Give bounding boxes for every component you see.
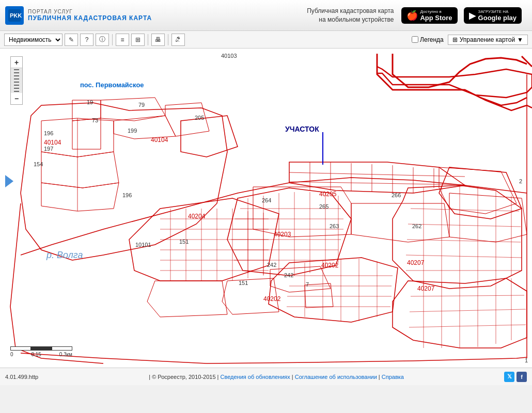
edit-button[interactable]: ✎ <box>65 34 78 46</box>
logo-bottom-text: ПУБЛИЧНАЯ КАДАСТРОВАЯ КАРТА <box>28 14 152 22</box>
scale-bar: 0 0.15 0.3км <box>10 346 72 357</box>
logo-top-text: ПОРТАЛ УСЛУГ <box>28 9 152 14</box>
map-grid-icon: ⊞ <box>452 36 458 43</box>
app-store-button[interactable]: 🍎 Доступно в App Store <box>401 7 457 24</box>
google-play-button[interactable]: ▶ ЗАГРУЗИТЕ НА Google play <box>464 7 522 24</box>
settings-button[interactable]: ⛐ <box>171 34 185 46</box>
updates-link[interactable]: Сведения об обновлениях <box>221 374 290 380</box>
agreement-link[interactable]: Соглашение об использовании <box>295 374 377 380</box>
app-store-top: Доступно в <box>420 9 452 14</box>
scale-label-03km: 0.3км <box>52 352 72 357</box>
twitter-button[interactable]: 𝕏 <box>504 372 514 382</box>
scale-label-015: 0.15 <box>23 352 41 357</box>
header-middle: Публичная кадастровая карта на мобильном… <box>152 7 527 24</box>
logo-section: PKK ПОРТАЛ УСЛУГ ПУБЛИЧНАЯ КАДАСТРОВАЯ К… <box>5 6 152 25</box>
footer-social: 𝕏 f <box>504 372 527 382</box>
app-store-text: Доступно в App Store <box>420 9 452 22</box>
zoom-tick <box>14 91 19 92</box>
tagline-line1: Публичная кадастровая карта <box>307 7 394 15</box>
map-number: 1 <box>525 357 528 363</box>
toolbar-separator-1 <box>112 34 113 45</box>
apple-icon: 🍎 <box>406 10 418 21</box>
logo-icon: PKK <box>5 6 24 25</box>
layers-button[interactable]: ≡ <box>116 34 129 46</box>
property-type-select[interactable]: Недвижимость <box>4 34 62 46</box>
zoom-in-button[interactable]: + <box>11 57 22 68</box>
zoom-controls: + − <box>10 56 23 105</box>
app-store-bottom: App Store <box>420 14 452 22</box>
scale-segment-white-1 <box>10 346 31 351</box>
zoom-bar <box>11 68 22 93</box>
bookmark-button[interactable]: ⊞ <box>131 34 145 46</box>
legend-checkbox[interactable] <box>412 36 418 43</box>
scale-labels: 0 0.15 0.3км <box>10 352 72 357</box>
info-button[interactable]: ⓘ <box>96 34 109 46</box>
google-play-bottom: Google play <box>478 14 517 22</box>
logo-text: ПОРТАЛ УСЛУГ ПУБЛИЧНАЯ КАДАСТРОВАЯ КАРТА <box>28 9 152 22</box>
map-container[interactable]: + − пос. Первомайское УЧАСТОК р. Волга 4… <box>0 49 532 368</box>
header-tagline: Публичная кадастровая карта на мобильном… <box>307 7 394 24</box>
toolbar-right: Легенда ⊞ Управление картой ▼ <box>412 35 528 45</box>
toolbar-separator-3 <box>168 34 168 45</box>
help-button[interactable]: ? <box>80 34 93 46</box>
zoom-tick <box>14 82 19 83</box>
header: PKK ПОРТАЛ УСЛУГ ПУБЛИЧНАЯ КАДАСТРОВАЯ К… <box>0 0 532 31</box>
footer-copyright: | © Росреестр, 2010-2015 | Сведения об о… <box>49 374 504 380</box>
toolbar-separator-2 <box>148 34 148 45</box>
zoom-tick <box>14 78 19 80</box>
legend-label: Легенда <box>420 36 444 43</box>
print-button[interactable]: 🖶 <box>151 34 165 46</box>
manage-map-chevron: ▼ <box>517 36 523 43</box>
scale-bar-graphic <box>10 346 72 351</box>
svg-text:PKK: PKK <box>10 12 22 19</box>
zoom-out-button[interactable]: − <box>11 93 22 104</box>
footer: 4.01.499.http | © Росреестр, 2010-2015 |… <box>0 368 532 385</box>
zoom-tick <box>14 88 19 89</box>
svg-rect-2 <box>0 49 532 368</box>
map-svg <box>0 49 532 368</box>
scale-segment-black-1 <box>31 346 52 351</box>
footer-url: 4.01.499.http <box>5 374 38 380</box>
google-play-text: ЗАГРУЗИТЕ НА Google play <box>478 9 517 22</box>
google-play-icon: ▶ <box>469 10 476 21</box>
zoom-tick <box>14 85 19 86</box>
facebook-button[interactable]: f <box>517 372 527 382</box>
zoom-tick <box>14 69 19 70</box>
legend-checkbox-label[interactable]: Легенда <box>412 36 444 43</box>
copyright-text: | © Росреестр, 2010-2015 | <box>149 374 218 380</box>
tagline-line2: на мобильном устройстве <box>307 15 394 24</box>
zoom-tick <box>14 72 19 73</box>
google-play-top: ЗАГРУЗИТЕ НА <box>478 9 517 14</box>
zoom-tick <box>14 75 19 76</box>
help-link[interactable]: Справка <box>382 374 404 380</box>
manage-map-button[interactable]: ⊞ Управление картой ▼ <box>448 35 528 45</box>
scale-label-0: 0 <box>10 352 13 357</box>
scale-segment-white-2 <box>52 346 72 351</box>
toolbar: Недвижимость ✎ ? ⓘ ≡ ⊞ 🖶 ⛐ Легенда ⊞ Упр… <box>0 31 532 49</box>
manage-map-label: Управление картой <box>460 36 515 43</box>
